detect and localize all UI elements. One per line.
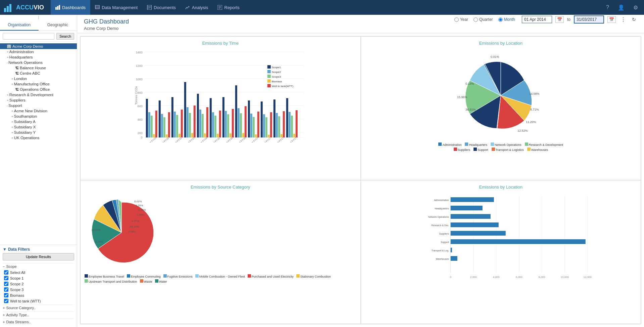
- tree-node-manufacturing-office[interactable]: + Manufacturing Office: [0, 81, 77, 87]
- refresh-button[interactable]: ↻: [631, 16, 637, 23]
- svg-text:19.04%: 19.04%: [91, 229, 100, 232]
- checkbox-wtt[interactable]: [4, 299, 8, 303]
- source-category-filter[interactable]: + Source Category..: [3, 304, 74, 311]
- svg-rect-40: [159, 100, 161, 137]
- svg-rect-148: [450, 197, 494, 202]
- svg-rect-50: [181, 110, 183, 137]
- tree-node-subsidiary-y[interactable]: + Subsidiary Y: [0, 130, 77, 135]
- filter-scope2[interactable]: Scope 2: [3, 281, 74, 287]
- emissions-by-location-bar-title: Emissions by Location: [365, 185, 637, 190]
- emissions-by-time-title: Emissions by Time: [85, 41, 356, 46]
- filter-wtt[interactable]: Well to tank (WTT): [3, 298, 74, 304]
- tree-node-subsidiary-x[interactable]: + Subsidiary X: [0, 124, 77, 130]
- radio-month[interactable]: Month: [498, 17, 515, 22]
- tree-node-uk-operations[interactable]: + UK Operations: [0, 135, 77, 140]
- legend-sup: Suppliers: [454, 148, 470, 152]
- radio-year[interactable]: Year: [454, 17, 468, 22]
- expand-icon-hq: +: [7, 55, 9, 59]
- nav-action-icons: ? 👤 ⚙: [603, 3, 641, 12]
- more-options-button[interactable]: ⋮: [619, 16, 627, 23]
- radio-year-input[interactable]: [454, 17, 459, 22]
- tree-node-balance-house[interactable]: 🏗 Balance House: [0, 65, 77, 71]
- tree-node-support[interactable]: - Support: [0, 103, 77, 108]
- svg-text:6,000: 6,000: [515, 276, 523, 279]
- nav-documents[interactable]: Documents: [142, 0, 181, 15]
- filter-biomass[interactable]: Biomass: [3, 292, 74, 298]
- filter-select-all[interactable]: Select All: [3, 270, 74, 275]
- svg-text:36.91%: 36.91%: [465, 108, 476, 111]
- nav-reports[interactable]: Reports: [213, 0, 244, 15]
- scope-group-header[interactable]: − Scope: [3, 263, 74, 270]
- svg-text:0.13%: 0.13%: [465, 82, 474, 85]
- tree-node-operations-office[interactable]: 🏗 Operations Office: [0, 87, 77, 92]
- checkbox-biomass[interactable]: [4, 293, 8, 297]
- date-control-area: Year Quarter Month 📅 to 📅 ⋮ ↻: [454, 15, 637, 24]
- svg-text:1000: 1000: [136, 78, 143, 81]
- svg-rect-68: [219, 111, 221, 137]
- src-leg-pue: Purchased and Used Electricity: [248, 274, 294, 278]
- checkbox-select-all[interactable]: [4, 270, 8, 275]
- tree-node-rd[interactable]: + Research & Development: [0, 92, 77, 97]
- radio-quarter[interactable]: Quarter: [474, 17, 493, 22]
- svg-text:4.37%: 4.37%: [132, 219, 139, 222]
- svg-rect-5: [59, 5, 60, 10]
- tree-node-acme-corp-demo[interactable]: 🏢 Acme Corp Demo: [0, 43, 77, 49]
- filter-scope3[interactable]: Scope 3: [3, 287, 74, 292]
- svg-text:Research & Dev.: Research & Dev.: [431, 224, 449, 227]
- expand-icon-uk: +: [11, 136, 13, 140]
- checkbox-scope3[interactable]: [4, 287, 8, 292]
- tree-label-southampton: Southampton: [14, 114, 77, 118]
- tree-node-subsidiary-a[interactable]: + Subsidiary A: [0, 119, 77, 124]
- scope-group-label: Scope: [6, 264, 16, 269]
- date-to-input[interactable]: [574, 15, 604, 24]
- tree-label-suppliers: Suppliers: [9, 98, 77, 102]
- activity-type-filter[interactable]: + Activity Type..: [3, 312, 74, 318]
- search-button[interactable]: Search: [56, 33, 74, 40]
- data-filters: ▼ Data Filters Update Results − Scope Se…: [0, 245, 77, 327]
- filter-scope1[interactable]: Scope 1: [3, 275, 74, 281]
- nav-analysis[interactable]: Analysis: [181, 0, 213, 15]
- nav-dashboards[interactable]: Dashboards: [51, 0, 90, 15]
- org-tree: 🏢 Acme Corp Demo + Administration + Head…: [0, 42, 77, 245]
- svg-rect-60: [202, 114, 204, 137]
- svg-rect-64: [210, 98, 212, 137]
- source-expand-icon: +: [3, 306, 5, 310]
- radio-month-input[interactable]: [498, 17, 503, 22]
- tree-node-acme-new-division[interactable]: + Acme New Division: [0, 108, 77, 114]
- tree-node-centre-abc[interactable]: 🏗 Centre ABC: [0, 71, 77, 76]
- tab-geographic[interactable]: Geographic: [39, 20, 77, 31]
- tree-node-southampton[interactable]: + Southampton: [0, 114, 77, 119]
- calendar-to-button[interactable]: 📅: [607, 16, 616, 23]
- update-results-button[interactable]: Update Results: [3, 253, 74, 260]
- tree-node-headquarters[interactable]: + Headquarters: [0, 54, 77, 60]
- bar-chart-svg: 1400 1200 1000 800 600 400 200 0: [85, 48, 356, 142]
- data-streams-filter[interactable]: + Data Streams..: [3, 319, 74, 325]
- tree-node-network-operations[interactable]: - Network Operations: [0, 60, 77, 65]
- svg-rect-62: [206, 107, 208, 137]
- tree-node-suppliers[interactable]: + Suppliers: [0, 97, 77, 103]
- svg-text:Biomass: Biomass: [272, 80, 282, 83]
- tab-organisation[interactable]: Organisation: [0, 20, 39, 31]
- settings-icon[interactable]: ⚙: [631, 3, 641, 12]
- svg-text:Transport & Log.: Transport & Log.: [431, 249, 449, 252]
- emissions-by-location-pie-chart: Emissions by Location: [361, 36, 641, 180]
- calendar-from-button[interactable]: 📅: [555, 16, 564, 23]
- user-icon[interactable]: 👤: [615, 3, 627, 12]
- date-from-input[interactable]: [522, 16, 552, 23]
- svg-rect-54: [189, 113, 191, 137]
- checkbox-scope1[interactable]: [4, 276, 8, 280]
- nav-data-management-label: Data Management: [102, 5, 138, 10]
- legend-netops: Network Operations: [491, 142, 522, 147]
- svg-text:0.02%: 0.02%: [134, 200, 142, 203]
- help-icon[interactable]: ?: [603, 3, 612, 12]
- search-input[interactable]: [3, 33, 54, 40]
- checkbox-scope2[interactable]: [4, 282, 8, 286]
- scope-expand-icon: −: [3, 264, 5, 269]
- svg-rect-80: [245, 106, 247, 137]
- tree-node-administration[interactable]: + Administration: [0, 49, 77, 54]
- nav-data-management[interactable]: Data Management: [90, 0, 142, 15]
- svg-text:0.00%: 0.00%: [128, 230, 136, 233]
- radio-quarter-input[interactable]: [474, 17, 478, 22]
- tree-node-london[interactable]: + London: [0, 76, 77, 81]
- building-icon-bh: 🏗: [15, 66, 19, 70]
